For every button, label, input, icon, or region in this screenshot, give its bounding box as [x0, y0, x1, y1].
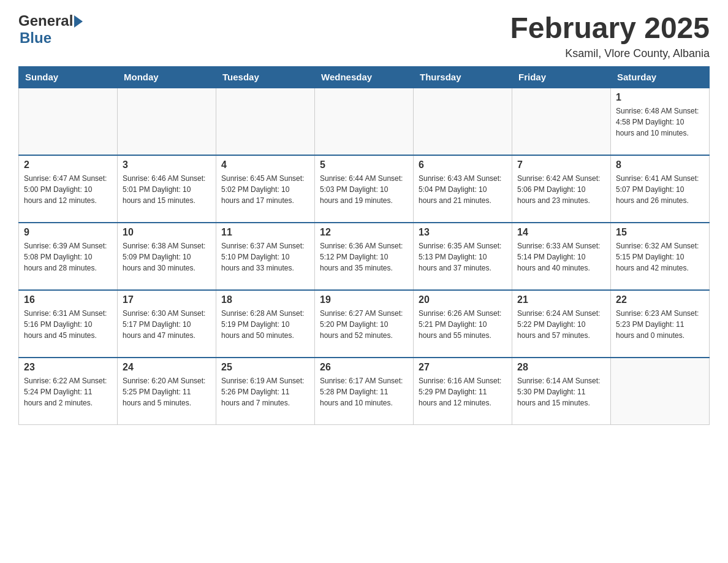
- day-sun-info: Sunrise: 6:19 AM Sunset: 5:26 PM Dayligh…: [221, 375, 309, 408]
- day-number: 28: [517, 362, 605, 373]
- logo-blue-text: Blue: [20, 29, 51, 47]
- day-sun-info: Sunrise: 6:35 AM Sunset: 5:13 PM Dayligh…: [419, 240, 507, 274]
- day-number: 21: [517, 294, 605, 305]
- calendar-subtitle: Ksamil, Vlore County, Albania: [510, 47, 710, 60]
- day-sun-info: Sunrise: 6:20 AM Sunset: 5:25 PM Dayligh…: [123, 375, 211, 408]
- calendar-header-row: SundayMondayTuesdayWednesdayThursdayFrid…: [19, 66, 710, 88]
- calendar-cell: 5Sunrise: 6:44 AM Sunset: 5:03 PM Daylig…: [315, 155, 414, 223]
- calendar-cell: 1Sunrise: 6:48 AM Sunset: 4:58 PM Daylig…: [611, 88, 710, 155]
- day-sun-info: Sunrise: 6:43 AM Sunset: 5:04 PM Dayligh…: [419, 173, 507, 206]
- calendar-cell: 27Sunrise: 6:16 AM Sunset: 5:29 PM Dayli…: [414, 358, 512, 425]
- calendar-cell: 17Sunrise: 6:30 AM Sunset: 5:17 PM Dayli…: [118, 290, 216, 358]
- day-sun-info: Sunrise: 6:24 AM Sunset: 5:22 PM Dayligh…: [517, 308, 605, 341]
- calendar-cell: 15Sunrise: 6:32 AM Sunset: 5:15 PM Dayli…: [611, 223, 710, 290]
- day-of-week-header: Tuesday: [216, 66, 315, 88]
- day-number: 12: [320, 227, 408, 238]
- calendar-cell: 21Sunrise: 6:24 AM Sunset: 5:22 PM Dayli…: [512, 290, 611, 358]
- day-number: 6: [419, 159, 507, 170]
- calendar-cell: 18Sunrise: 6:28 AM Sunset: 5:19 PM Dayli…: [216, 290, 315, 358]
- calendar-cell: 14Sunrise: 6:33 AM Sunset: 5:14 PM Dayli…: [512, 223, 611, 290]
- day-number: 11: [221, 227, 309, 238]
- logo-general-text: General: [18, 12, 73, 29]
- calendar-cell: 23Sunrise: 6:22 AM Sunset: 5:24 PM Dayli…: [19, 358, 118, 425]
- day-sun-info: Sunrise: 6:31 AM Sunset: 5:16 PM Dayligh…: [24, 308, 112, 341]
- day-sun-info: Sunrise: 6:16 AM Sunset: 5:29 PM Dayligh…: [419, 375, 507, 408]
- calendar-cell: 7Sunrise: 6:42 AM Sunset: 5:06 PM Daylig…: [512, 155, 611, 223]
- day-number: 4: [221, 159, 309, 170]
- calendar-cell: 10Sunrise: 6:38 AM Sunset: 5:09 PM Dayli…: [118, 223, 216, 290]
- calendar-cell: 13Sunrise: 6:35 AM Sunset: 5:13 PM Dayli…: [414, 223, 512, 290]
- day-number: 15: [616, 227, 704, 238]
- calendar-cell: 24Sunrise: 6:20 AM Sunset: 5:25 PM Dayli…: [118, 358, 216, 425]
- day-number: 26: [320, 362, 408, 373]
- day-sun-info: Sunrise: 6:41 AM Sunset: 5:07 PM Dayligh…: [616, 173, 704, 206]
- calendar-cell: [118, 88, 216, 155]
- calendar-table: SundayMondayTuesdayWednesdayThursdayFrid…: [18, 66, 710, 426]
- calendar-week-row: 9Sunrise: 6:39 AM Sunset: 5:08 PM Daylig…: [19, 223, 710, 290]
- day-sun-info: Sunrise: 6:37 AM Sunset: 5:10 PM Dayligh…: [221, 240, 309, 274]
- day-number: 19: [320, 294, 408, 305]
- calendar-cell: 19Sunrise: 6:27 AM Sunset: 5:20 PM Dayli…: [315, 290, 414, 358]
- calendar-cell: 9Sunrise: 6:39 AM Sunset: 5:08 PM Daylig…: [19, 223, 118, 290]
- calendar-cell: 20Sunrise: 6:26 AM Sunset: 5:21 PM Dayli…: [414, 290, 512, 358]
- day-of-week-header: Saturday: [611, 66, 710, 88]
- day-sun-info: Sunrise: 6:39 AM Sunset: 5:08 PM Dayligh…: [24, 240, 112, 274]
- day-number: 22: [616, 294, 704, 305]
- day-sun-info: Sunrise: 6:27 AM Sunset: 5:20 PM Dayligh…: [320, 308, 408, 341]
- day-sun-info: Sunrise: 6:38 AM Sunset: 5:09 PM Dayligh…: [123, 240, 211, 274]
- calendar-cell: 16Sunrise: 6:31 AM Sunset: 5:16 PM Dayli…: [19, 290, 118, 358]
- calendar-week-row: 16Sunrise: 6:31 AM Sunset: 5:16 PM Dayli…: [19, 290, 710, 358]
- calendar-cell: 26Sunrise: 6:17 AM Sunset: 5:28 PM Dayli…: [315, 358, 414, 425]
- page-header: General Blue February 2025 Ksamil, Vlore…: [18, 12, 710, 60]
- day-number: 23: [24, 362, 112, 373]
- calendar-cell: 3Sunrise: 6:46 AM Sunset: 5:01 PM Daylig…: [118, 155, 216, 223]
- day-number: 25: [221, 362, 309, 373]
- day-number: 2: [24, 159, 112, 170]
- day-number: 14: [517, 227, 605, 238]
- day-sun-info: Sunrise: 6:32 AM Sunset: 5:15 PM Dayligh…: [616, 240, 704, 274]
- calendar-cell: [414, 88, 512, 155]
- logo: General Blue: [18, 12, 84, 47]
- day-number: 24: [123, 362, 211, 373]
- calendar-cell: 2Sunrise: 6:47 AM Sunset: 5:00 PM Daylig…: [19, 155, 118, 223]
- day-sun-info: Sunrise: 6:17 AM Sunset: 5:28 PM Dayligh…: [320, 375, 408, 408]
- calendar-cell: 6Sunrise: 6:43 AM Sunset: 5:04 PM Daylig…: [414, 155, 512, 223]
- calendar-cell: 22Sunrise: 6:23 AM Sunset: 5:23 PM Dayli…: [611, 290, 710, 358]
- day-sun-info: Sunrise: 6:48 AM Sunset: 4:58 PM Dayligh…: [616, 105, 704, 139]
- day-number: 16: [24, 294, 112, 305]
- calendar-cell: 8Sunrise: 6:41 AM Sunset: 5:07 PM Daylig…: [611, 155, 710, 223]
- day-of-week-header: Friday: [512, 66, 611, 88]
- calendar-cell: 28Sunrise: 6:14 AM Sunset: 5:30 PM Dayli…: [512, 358, 611, 425]
- day-of-week-header: Monday: [118, 66, 216, 88]
- day-number: 27: [419, 362, 507, 373]
- calendar-title: February 2025: [510, 12, 710, 45]
- day-sun-info: Sunrise: 6:14 AM Sunset: 5:30 PM Dayligh…: [517, 375, 605, 408]
- title-block: February 2025 Ksamil, Vlore County, Alba…: [510, 12, 710, 60]
- day-sun-info: Sunrise: 6:22 AM Sunset: 5:24 PM Dayligh…: [24, 375, 112, 408]
- day-sun-info: Sunrise: 6:28 AM Sunset: 5:19 PM Dayligh…: [221, 308, 309, 341]
- day-sun-info: Sunrise: 6:42 AM Sunset: 5:06 PM Dayligh…: [517, 173, 605, 206]
- day-number: 8: [616, 159, 704, 170]
- day-of-week-header: Thursday: [414, 66, 512, 88]
- day-sun-info: Sunrise: 6:47 AM Sunset: 5:00 PM Dayligh…: [24, 173, 112, 206]
- calendar-cell: [315, 88, 414, 155]
- day-sun-info: Sunrise: 6:26 AM Sunset: 5:21 PM Dayligh…: [419, 308, 507, 341]
- calendar-cell: [19, 88, 118, 155]
- calendar-cell: [611, 358, 710, 425]
- calendar-cell: 11Sunrise: 6:37 AM Sunset: 5:10 PM Dayli…: [216, 223, 315, 290]
- calendar-cell: 4Sunrise: 6:45 AM Sunset: 5:02 PM Daylig…: [216, 155, 315, 223]
- day-number: 9: [24, 227, 112, 238]
- day-of-week-header: Wednesday: [315, 66, 414, 88]
- calendar-cell: [512, 88, 611, 155]
- day-number: 13: [419, 227, 507, 238]
- day-sun-info: Sunrise: 6:23 AM Sunset: 5:23 PM Dayligh…: [616, 308, 704, 341]
- calendar-week-row: 2Sunrise: 6:47 AM Sunset: 5:00 PM Daylig…: [19, 155, 710, 223]
- calendar-cell: 25Sunrise: 6:19 AM Sunset: 5:26 PM Dayli…: [216, 358, 315, 425]
- day-number: 1: [616, 92, 704, 103]
- day-number: 17: [123, 294, 211, 305]
- day-number: 18: [221, 294, 309, 305]
- day-number: 10: [123, 227, 211, 238]
- logo-arrow-icon: [74, 15, 83, 28]
- calendar-week-row: 23Sunrise: 6:22 AM Sunset: 5:24 PM Dayli…: [19, 358, 710, 425]
- day-number: 3: [123, 159, 211, 170]
